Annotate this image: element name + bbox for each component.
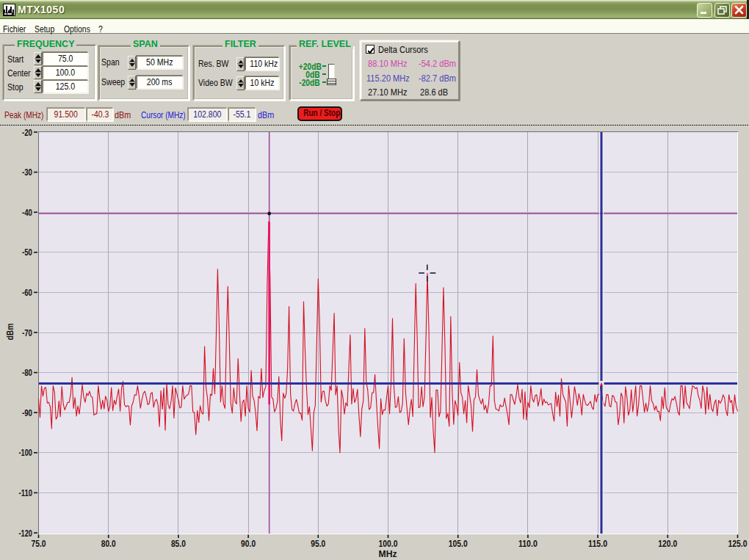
svg-text:100.0: 100.0 — [379, 538, 398, 549]
svg-text:-90: -90 — [22, 407, 32, 418]
svg-text:-100: -100 — [19, 447, 33, 458]
svg-text:120.0: 120.0 — [658, 538, 677, 549]
svg-text:105.0: 105.0 — [449, 538, 468, 549]
svg-text:-20: -20 — [22, 127, 32, 138]
svg-text:-50: -50 — [22, 247, 32, 258]
svg-text:75.0: 75.0 — [32, 538, 46, 549]
svg-text:-70: -70 — [22, 327, 32, 338]
svg-text:110.0: 110.0 — [518, 538, 538, 549]
svg-text:-60: -60 — [22, 287, 32, 298]
svg-text:-30: -30 — [22, 167, 32, 178]
svg-text:95.0: 95.0 — [311, 538, 325, 549]
svg-text:-120: -120 — [19, 528, 33, 539]
svg-text:-80: -80 — [22, 367, 32, 378]
svg-text:115.0: 115.0 — [588, 538, 607, 549]
svg-text:MHz: MHz — [379, 548, 397, 559]
svg-text:85.0: 85.0 — [171, 538, 186, 549]
svg-text:90.0: 90.0 — [241, 538, 256, 549]
svg-text:80.0: 80.0 — [101, 538, 116, 549]
svg-text:125.0: 125.0 — [728, 538, 748, 549]
svg-text:dBm: dBm — [4, 324, 15, 341]
svg-text:-110: -110 — [19, 487, 33, 498]
svg-text:-40: -40 — [22, 207, 32, 218]
